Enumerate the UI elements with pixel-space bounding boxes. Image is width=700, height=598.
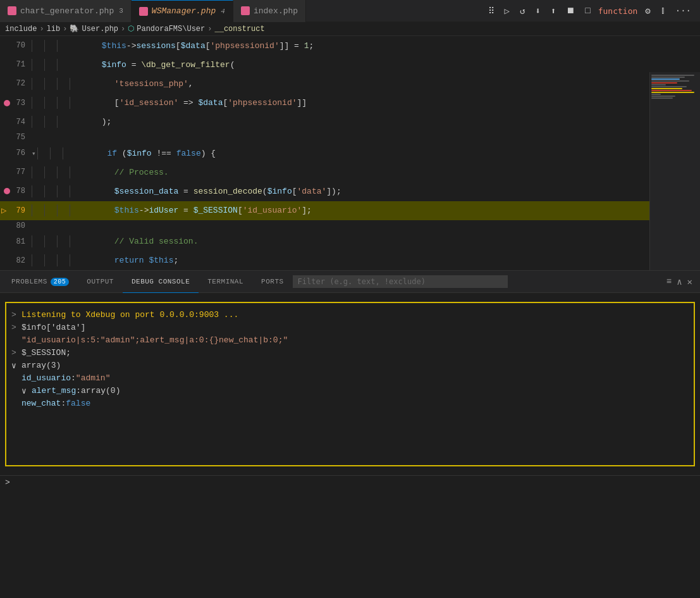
- breakpoint-78[interactable]: [4, 188, 10, 194]
- panel-collapse-icon[interactable]: ∧: [677, 277, 682, 287]
- tab-terminal[interactable]: TERMINAL: [199, 271, 252, 293]
- code-line-79: ▷ 79 $this->idUser = $_SESSION['id_usuar…: [0, 201, 700, 220]
- code-line-82: 82 return $this;: [0, 251, 700, 270]
- tab-icon-wsmanager: [139, 7, 148, 16]
- tab-badge-chart: 3: [119, 7, 123, 15]
- code-area: 70 $this->sessions[$data['phpsessionid']…: [0, 36, 700, 270]
- breadcrumb-construct[interactable]: __construct: [214, 25, 264, 34]
- debug-marker-2: >: [11, 323, 18, 332]
- filter-input[interactable]: [293, 275, 508, 288]
- tab-ports[interactable]: PORTS: [252, 271, 293, 293]
- line-num-74: 74: [0, 118, 32, 127]
- line-num-78: 78: [0, 187, 32, 196]
- tab-debug-label: DEBUG CONSOLE: [132, 278, 190, 285]
- panel-tab-bar: PROBLEMS 205 OUTPUT DEBUG CONSOLE TERMIN…: [0, 271, 700, 293]
- tab-debug-console[interactable]: DEBUG CONSOLE: [123, 271, 199, 293]
- tab-badge-wsmanager: 4: [221, 8, 225, 15]
- debug-text-info: $info['data']: [21, 323, 85, 332]
- problems-badge: 205: [51, 278, 70, 286]
- breadcrumb-sep-3: ›: [121, 25, 125, 34]
- debug-marker-1: >: [11, 310, 18, 320]
- debug-output: > Listening to Xdebug on port 0.0.0.0:90…: [0, 293, 700, 475]
- panel-close-icon[interactable]: ✕: [687, 277, 692, 287]
- breadcrumb-userphp[interactable]: User.php: [82, 25, 118, 34]
- line-num-75: 75: [0, 133, 32, 142]
- collapse-array3[interactable]: ∨: [11, 361, 19, 371]
- debug-line-array3: ∨ array(3): [11, 360, 689, 373]
- breadcrumb-lib[interactable]: lib: [47, 25, 61, 34]
- debug-line-session: > $_SESSION;: [11, 347, 689, 360]
- breadcrumb-sep-2: ›: [63, 25, 67, 34]
- debug-val-alert: array(0): [81, 386, 120, 396]
- stop-icon[interactable]: ⏹: [563, 4, 577, 17]
- run-icon[interactable]: ▷: [502, 4, 512, 18]
- panel-filter-icon[interactable]: ≡: [666, 277, 672, 287]
- grid-icon[interactable]: ⠿: [486, 4, 497, 18]
- tab-problems[interactable]: PROBLEMS 205: [3, 271, 78, 293]
- tab-output[interactable]: OUTPUT: [78, 271, 123, 293]
- debug-line-alert-msg: ∨ alert_msg : array(0): [21, 385, 689, 398]
- debug-line-id-usuario: id_usuario : "admin": [21, 373, 689, 385]
- line-num-81: 81: [0, 237, 32, 246]
- breadcrumb-sep-4: ›: [207, 25, 212, 34]
- debug-key-alert: alert_msg: [32, 386, 76, 396]
- debug-text-session: $_SESSION;: [21, 348, 71, 358]
- square-icon[interactable]: □: [582, 4, 593, 17]
- line-num-77: 77: [0, 168, 32, 177]
- more-icon[interactable]: ···: [673, 4, 694, 17]
- debug-colon-alert: :: [76, 386, 81, 396]
- function-label: function: [598, 6, 638, 16]
- debug-text-listening: Listening to Xdebug on port 0.0.0.0:9003…: [21, 310, 238, 320]
- tab-index[interactable]: index.php: [233, 0, 306, 22]
- line-num-82: 82: [0, 256, 32, 265]
- line-num-76: 76: [0, 149, 32, 158]
- step-over-icon[interactable]: ⬇: [532, 4, 543, 18]
- tab-problems-label: PROBLEMS: [11, 278, 47, 285]
- debug-line-info-data: > $info['data']: [11, 322, 689, 335]
- tab-label-chart: chart_generator.php: [20, 6, 114, 16]
- tab-ports-label: PORTS: [261, 278, 284, 285]
- collapse-76[interactable]: ▾: [32, 149, 36, 158]
- restart-icon[interactable]: ↺: [517, 4, 527, 18]
- line-num-70: 70: [0, 41, 32, 50]
- bottom-prompt: >: [0, 475, 700, 489]
- debug-colon-id: :: [71, 373, 76, 383]
- debug-key-chat: new_chat: [21, 399, 61, 408]
- tab-terminal-label: TERMINAL: [207, 278, 243, 285]
- collapse-alert-msg[interactable]: ∨: [21, 386, 29, 396]
- breadcrumb-sep-1: ›: [39, 25, 44, 34]
- step-into-icon[interactable]: ⬆: [548, 4, 558, 18]
- debug-output-inner: > Listening to Xdebug on port 0.0.0.0:90…: [5, 302, 695, 466]
- toolbar-right: ⠿ ▷ ↺ ⬇ ⬆ ⏹ □ function ⚙ ⫿ ···: [486, 4, 700, 18]
- line-num-71: 71: [0, 60, 32, 69]
- debug-line-new-chat: new_chat : false: [21, 398, 689, 411]
- breadcrumb-icon-2: ⬡: [128, 24, 134, 34]
- tab-bar: chart_generator.php 3 WSManager.php 4 in…: [0, 0, 700, 22]
- tab-wsmanager[interactable]: WSManager.php 4: [132, 0, 233, 22]
- breadcrumb-pandora[interactable]: PandoraFMS\User: [137, 25, 205, 34]
- debug-text-array3: array(3): [21, 361, 61, 370]
- breakpoint-73[interactable]: [4, 100, 10, 106]
- debug-arrow-79: ▷: [1, 205, 6, 216]
- split-editor-icon[interactable]: ⫿: [658, 4, 668, 17]
- panel: PROBLEMS 205 OUTPUT DEBUG CONSOLE TERMIN…: [0, 270, 700, 475]
- debug-colon-chat: :: [61, 399, 66, 408]
- debug-line-listening: > Listening to Xdebug on port 0.0.0.0:90…: [11, 309, 689, 322]
- line-num-72: 72: [0, 79, 32, 88]
- prompt-symbol[interactable]: >: [5, 478, 10, 487]
- settings-icon[interactable]: ⚙: [642, 4, 653, 18]
- code-content-82: return $this;: [82, 246, 700, 270]
- panel-actions: ≡ ∧ ✕: [666, 277, 697, 287]
- debug-val-chat: false: [66, 399, 90, 408]
- breadcrumb-include[interactable]: include: [5, 25, 37, 34]
- tab-icon-index: [241, 6, 250, 15]
- debug-val-id: "admin": [76, 373, 111, 383]
- tab-label-wsmanager: WSManager.php: [152, 6, 216, 16]
- breadcrumb: include › lib › 🐘 User.php › ⬡ PandoraFM…: [0, 22, 700, 36]
- breadcrumb-icon-1: 🐘: [70, 24, 79, 34]
- minimap: [649, 72, 700, 270]
- debug-key-id: id_usuario: [21, 373, 71, 383]
- line-num-80: 80: [0, 221, 32, 230]
- debug-text-string: "id_usuario|s:5:"admin";alert_msg|a:0:{}…: [21, 335, 288, 345]
- tab-chart-generator[interactable]: chart_generator.php 3: [0, 0, 132, 22]
